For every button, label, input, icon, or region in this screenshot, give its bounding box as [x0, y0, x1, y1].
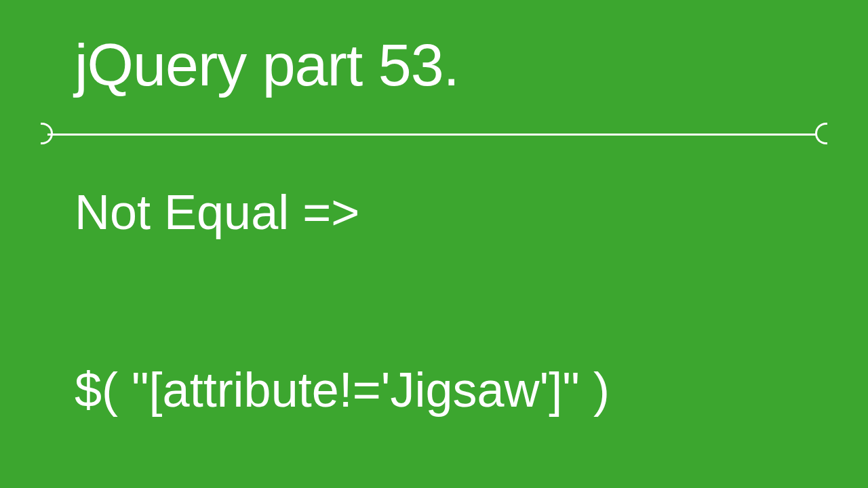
slide-title: jQuery part 53. — [75, 30, 827, 100]
divider-cap-right-icon — [815, 123, 827, 144]
divider — [41, 123, 827, 144]
slide-container: jQuery part 53. Not Equal => $( "[attrib… — [0, 0, 868, 488]
slide-subtitle: Not Equal => — [75, 184, 827, 240]
divider-line — [47, 134, 821, 136]
code-example: $( "[attribute!='Jigsaw']" ) — [75, 362, 827, 418]
